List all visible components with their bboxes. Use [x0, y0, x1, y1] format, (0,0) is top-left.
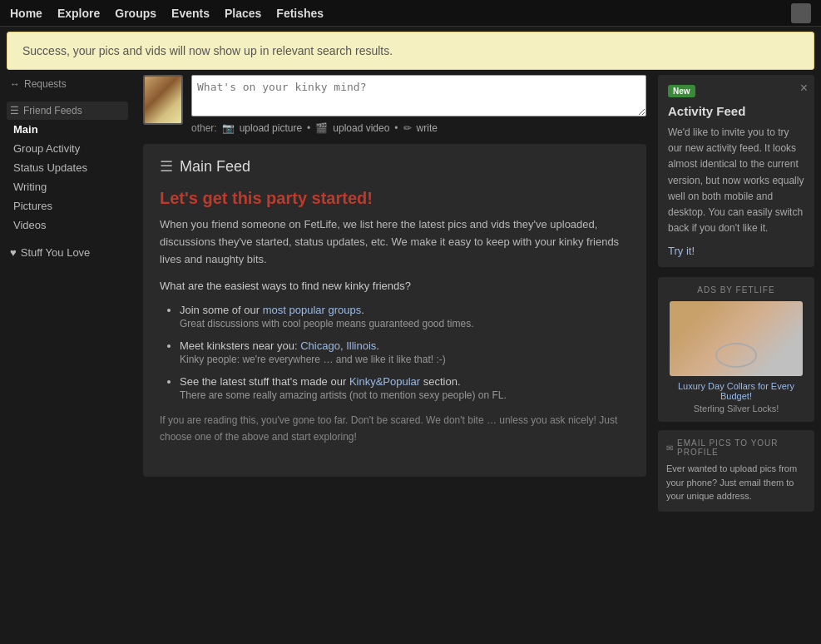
- new-badge: New: [668, 85, 695, 97]
- requests-icon: ↔: [10, 78, 20, 90]
- list-item-3-desc: There are some really amazing artists (n…: [180, 389, 630, 401]
- feed-intro: When you friend someone on FetLife, we l…: [160, 216, 630, 268]
- main-feed: ☰ Main Feed Let's get this party started…: [143, 144, 646, 477]
- nav-places[interactable]: Places: [225, 7, 261, 20]
- sidebar-requests-section: ↔ Requests: [7, 75, 128, 93]
- compose-textarea[interactable]: [191, 75, 646, 116]
- ad-link[interactable]: Luxury Day Collars for Every Budget!: [666, 381, 806, 401]
- camera-icon: 📷: [222, 122, 235, 134]
- feed-footer: If you are reading this, you've gone too…: [160, 413, 630, 444]
- sidebar: ↔ Requests ☰ Friend Feeds Main Group Act…: [0, 75, 135, 512]
- separator1: •: [307, 122, 310, 134]
- activity-card-header: New: [668, 85, 804, 97]
- list-item-2-title: Meet kinksters near you: Chicago, Illino…: [180, 339, 379, 352]
- nav-events[interactable]: Events: [171, 7, 210, 20]
- feed-title-icon: ☰: [160, 157, 173, 176]
- sidebar-item-main[interactable]: Main: [7, 120, 128, 139]
- feed-title-text: Main Feed: [180, 158, 250, 176]
- email-section: ✉ EMAIL PICS TO YOUR PROFILE Ever wanted…: [658, 430, 814, 512]
- sidebar-friend-feeds-section: ☰ Friend Feeds Main Group Activity Statu…: [7, 102, 128, 235]
- nav-home[interactable]: Home: [10, 7, 42, 20]
- content-area: other: 📷 upload picture • 🎬 upload video…: [135, 75, 655, 512]
- sidebar-item-pictures[interactable]: Pictures: [7, 196, 128, 215]
- other-label: other:: [191, 122, 217, 134]
- feed-title: ☰ Main Feed: [160, 157, 630, 176]
- card-body: We'd like to invite you to try our new a…: [668, 125, 804, 236]
- separator2: •: [394, 122, 398, 134]
- compose-actions: other: 📷 upload picture • 🎬 upload video…: [191, 122, 646, 134]
- ads-section: ADS BY FETLIFE Luxury Day Collars for Ev…: [658, 277, 814, 422]
- main-layout: ↔ Requests ☰ Friend Feeds Main Group Act…: [0, 75, 821, 512]
- ad-image: [670, 301, 803, 376]
- ads-label: ADS BY FETLIFE: [666, 285, 806, 295]
- sidebar-item-group-activity-label: Group Activity: [13, 142, 80, 155]
- list-item-1-title: Join some of our most popular groups.: [180, 304, 364, 316]
- avatar: [143, 75, 183, 125]
- list-item-1-desc: Great discussions with cool people means…: [180, 318, 630, 329]
- sidebar-item-videos-label: Videos: [13, 219, 47, 231]
- email-title: ✉ EMAIL PICS TO YOUR PROFILE: [666, 438, 806, 457]
- list-item-3-suffix: section.: [420, 375, 460, 388]
- list-item-3-title: See the latest stuff that's made our Kin…: [180, 375, 461, 388]
- list-item: Join some of our most popular groups. Gr…: [180, 304, 630, 329]
- list-item-3-prefix: See the latest stuff that's made our: [180, 375, 349, 388]
- avatar-image: [145, 77, 181, 123]
- sidebar-item-status-updates-label: Status Updates: [13, 161, 87, 174]
- list-item: Meet kinksters near you: Chicago, Illino…: [180, 339, 630, 365]
- chicago-link[interactable]: Chicago: [300, 339, 340, 352]
- sidebar-item-writing-label: Writing: [13, 181, 47, 193]
- upload-picture-link[interactable]: upload picture: [240, 122, 302, 134]
- sidebar-stuff-you-love[interactable]: ♥ Stuff You Love: [7, 243, 128, 262]
- nav-logo: [791, 3, 811, 23]
- feed-content: Let's get this party started! When you f…: [160, 189, 630, 445]
- success-banner: Success, your pics and vids will now sho…: [7, 32, 814, 70]
- feed-heading: Let's get this party started!: [160, 189, 630, 208]
- top-nav: Home Explore Groups Events Places Fetish…: [0, 0, 821, 27]
- sidebar-friend-feeds[interactable]: ☰ Friend Feeds: [7, 102, 128, 120]
- compose-box: other: 📷 upload picture • 🎬 upload video…: [143, 75, 646, 134]
- popular-groups-link[interactable]: most popular groups: [263, 304, 362, 316]
- video-icon: 🎬: [315, 122, 328, 134]
- sidebar-requests[interactable]: ↔ Requests: [7, 75, 128, 93]
- success-text: Success, your pics and vids will now sho…: [22, 44, 393, 57]
- feed-list: Join some of our most popular groups. Gr…: [160, 304, 630, 401]
- sidebar-item-main-label: Main: [13, 123, 38, 136]
- list-item: See the latest stuff that's made our Kin…: [180, 375, 630, 401]
- sidebar-item-pictures-label: Pictures: [13, 200, 52, 212]
- nav-explore[interactable]: Explore: [57, 7, 100, 20]
- kinky-popular-link[interactable]: Kinky&Popular: [349, 375, 420, 388]
- nav-groups[interactable]: Groups: [115, 7, 156, 20]
- heart-icon: ♥: [10, 246, 17, 259]
- feed-question: What are the easiest ways to find new ki…: [160, 280, 630, 292]
- list-item-2-desc: Kinky people: we're everywhere … and we …: [180, 354, 630, 365]
- activity-card: New × Activity Feed We'd like to invite …: [658, 75, 814, 267]
- sidebar-item-group-activity[interactable]: Group Activity: [7, 139, 128, 158]
- write-icon: ✏: [403, 122, 412, 134]
- requests-label: Requests: [24, 78, 67, 90]
- illinois-link[interactable]: Illinois: [346, 339, 376, 352]
- try-it-link[interactable]: Try it!: [668, 245, 695, 257]
- compose-right: other: 📷 upload picture • 🎬 upload video…: [191, 75, 646, 134]
- friend-feeds-label: Friend Feeds: [23, 105, 82, 116]
- email-title-text: EMAIL PICS TO YOUR PROFILE: [677, 438, 806, 457]
- list-item-2-suffix: .: [376, 339, 379, 352]
- sidebar-item-writing[interactable]: Writing: [7, 177, 128, 196]
- upload-video-link[interactable]: upload video: [333, 122, 389, 134]
- list-item-1-prefix: Join some of our: [180, 304, 263, 316]
- ad-image-detail: [715, 343, 757, 368]
- email-icon: ✉: [666, 443, 674, 453]
- list-item-1-suffix: .: [361, 304, 364, 316]
- email-body: Ever wanted to upload pics from your pho…: [666, 462, 806, 503]
- sidebar-item-videos[interactable]: Videos: [7, 215, 128, 235]
- list-icon: ☰: [10, 105, 19, 116]
- stuff-you-love-label: Stuff You Love: [21, 246, 91, 259]
- close-button[interactable]: ×: [800, 82, 808, 95]
- card-title: Activity Feed: [668, 104, 804, 118]
- nav-fetishes[interactable]: Fetishes: [276, 7, 324, 20]
- right-panel: New × Activity Feed We'd like to invite …: [655, 75, 821, 512]
- ad-subtext: Sterling Silver Locks!: [666, 404, 806, 414]
- list-item-2-prefix: Meet kinksters near you:: [180, 339, 300, 352]
- sidebar-item-status-updates[interactable]: Status Updates: [7, 158, 128, 177]
- write-link[interactable]: write: [417, 122, 438, 134]
